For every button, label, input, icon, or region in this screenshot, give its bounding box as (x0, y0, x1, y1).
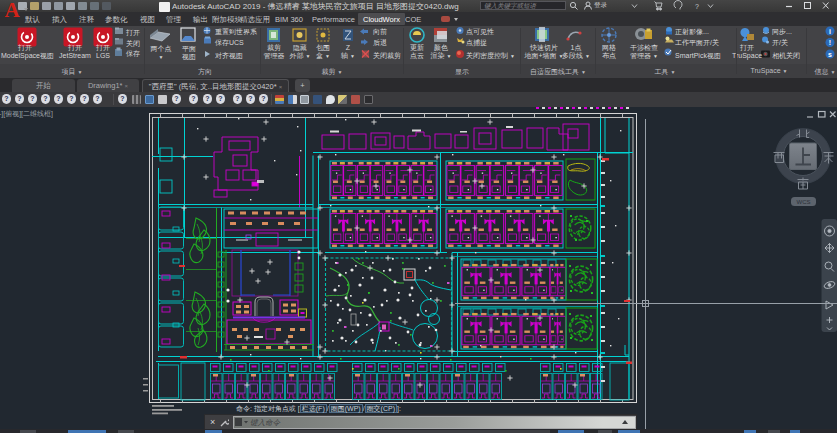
svg-text:?: ? (695, 3, 699, 10)
svg-text:!: ! (829, 39, 831, 46)
svg-text:s: s (828, 51, 832, 58)
svg-text:i: i (829, 28, 831, 35)
svg-text:WCS: WCS (797, 199, 811, 205)
